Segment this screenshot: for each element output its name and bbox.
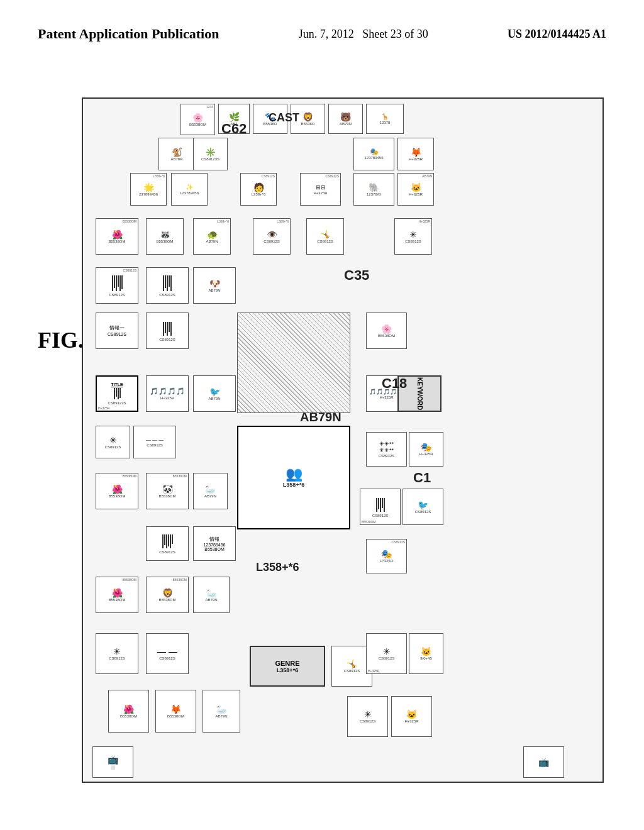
thumb-row8-4: 🎭 H+325R	[409, 432, 443, 467]
label-c18: C18	[382, 375, 407, 392]
label-c35: C35	[344, 267, 369, 284]
genre-box: GENRE L358+*6	[250, 646, 325, 687]
thumb-row10-1: CS8912S	[146, 526, 189, 561]
thumb-row9-5: 🐦 CS8912S	[402, 489, 443, 525]
publication-date: Jun. 7, 2012 Sheet 23 of 30	[299, 28, 428, 41]
thumb-row6-2: CS8912S	[146, 313, 189, 349]
thumb-row6-3: 🌸 B5538OM	[366, 313, 407, 349]
label-l358: L358+*6	[256, 561, 299, 574]
thumb-row8-2: — — — CS8912S	[133, 426, 176, 458]
thumb-l358-main: 👥 L358+*6	[237, 426, 350, 529]
thumb-row4-6: ✳ CS8912S H+325R	[394, 218, 432, 255]
thumb-row4-1: 🌺 B5538OM B5538OM	[96, 218, 138, 255]
thumb-row11-1: 🌺 B5538OM B5538OM	[96, 577, 138, 613]
hatch-ab79n	[237, 313, 350, 413]
figure-diagram: C62 CAST C35 C18 C1 AB79N L358+*6 🌸 B553…	[82, 97, 604, 783]
thumb-row3-3: 🧑 L358+*6 CS8912S	[240, 173, 277, 206]
thumb-row5-3: 🐶 AB79N	[193, 267, 236, 304]
thumb-row2-3: 🦊 H+325R	[397, 138, 434, 170]
label-c1: C1	[413, 470, 431, 486]
thumb-row2-1: 🐒 AB78R	[158, 138, 195, 170]
thumb-row7-2: 🎵🎵🎵🎵 H+325R	[146, 375, 189, 412]
thumb-row8-3: ✳✳** ✳✳** CS8912S	[366, 432, 407, 467]
thumb-last-3: 🦢 AB79N	[203, 690, 240, 733]
label-ab79n: AB79N	[300, 410, 341, 424]
thumb-tv: 📺 ⬜	[92, 746, 133, 778]
thumb-last-1: 🌺 B5538OM	[108, 690, 149, 733]
thumb-row9-4: CS8912S B5538OM	[360, 489, 401, 525]
thumb-row2-2: 🎭 123789456	[353, 138, 394, 170]
label-c62: C62	[221, 121, 247, 137]
thumb-last-5: 🐱 H+325R	[391, 696, 432, 737]
thumb-row3-5: 🐘 12376/G	[353, 173, 394, 206]
thumb-row4-2: 🦝 B5538OM	[146, 218, 184, 255]
thumb-row3-1: 🌟 237893456 L358+*6	[130, 173, 167, 206]
thumb-bottom-row-3: ✳ CS8912S H+325R	[366, 633, 407, 674]
thumb-last-4: ✳ CS8912S	[347, 696, 388, 737]
thumb-row1-5: 🐻 AB79N	[328, 104, 363, 134]
thumb-row9-1: 🌺 B5538OM B5538OM	[96, 473, 138, 509]
thumb-bottom-row-1: ✳ CS8912S	[96, 633, 138, 674]
thumb-row11-3: 🦢 AB79N	[193, 577, 230, 613]
publication-title: Patent Application Publication	[38, 25, 219, 43]
thumb-bottom-row-4: 🐱 9/0+45	[409, 633, 443, 674]
thumb-row3-2: ✨ 123789456	[171, 173, 208, 206]
thumb-row7-3: 🐦 AB79N	[193, 375, 236, 412]
label-cast: CAST	[269, 111, 299, 124]
thumb-last-2: 🦊 B5538OM	[155, 690, 196, 733]
thumb-row8-1: ✳ CS8912S	[96, 426, 130, 458]
info-row6-1: 情報一 CS8912S	[96, 313, 138, 349]
thumb-bottom-right: 📺	[523, 746, 564, 778]
thumb-row9-3: 🦢 AB79N	[193, 473, 228, 509]
thumb-row4-4: 👁️ CS8912S L368+*6	[253, 218, 291, 255]
thumb-row4-5: 🤸 CS8912S	[306, 218, 344, 255]
thumb-row1-1: 🌸 B5538OM 1234	[180, 104, 215, 135]
info-row10-2: 情報 123789456 B5538OM	[193, 526, 236, 561]
thumb-row5-2: CS8912S	[146, 267, 189, 304]
thumb-row4-3: 🐢 AB79N L368+*6	[193, 218, 231, 255]
thumb-row3-4: ⊞⊟ H+325R CS8912S	[300, 173, 341, 206]
thumb-row10-3: 🎭 H*325R CS8912S	[366, 539, 407, 573]
patent-number: US 2012/0144425 A1	[508, 28, 606, 41]
thumb-bottom-row-2: — — CS8912S	[146, 633, 189, 674]
thumb-cs8912s-top: ✳️ CS89123S	[193, 138, 228, 170]
page-header: Patent Application Publication Jun. 7, 2…	[0, 0, 644, 56]
thumb-row3-6: 🐱 H+325R AB79N	[397, 173, 434, 206]
thumb-title-box: TITLE CS89123S H+325R	[96, 375, 138, 412]
thumb-row11-2: 🦁 B5538OM B5538OM	[146, 577, 189, 613]
thumb-row1-6: 🦒 12378	[366, 104, 404, 134]
thumb-row5-1: CS8912S CS8912S	[96, 267, 138, 304]
thumb-row9-2: 🐼 B5538OM B5538OM	[146, 473, 189, 509]
